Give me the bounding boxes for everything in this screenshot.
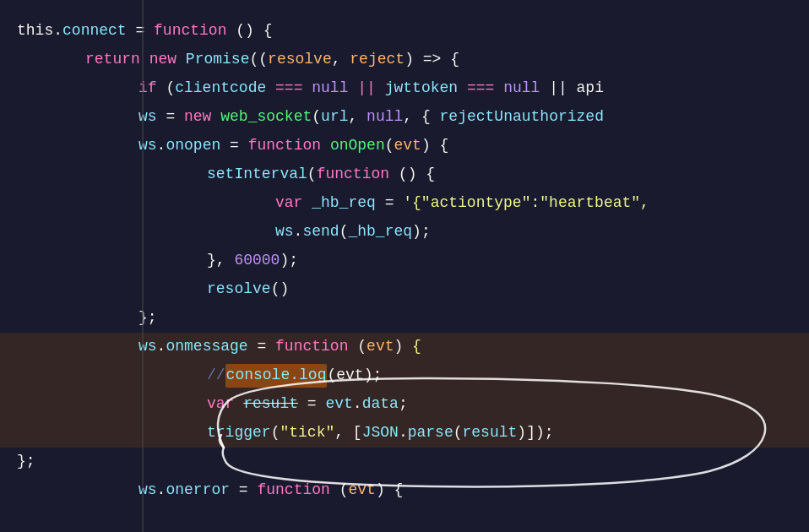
code-line-13: //console.log(evt); <box>0 361 809 390</box>
code-line-1: this.connect = function () { <box>0 17 809 46</box>
code-token: this <box>17 19 53 43</box>
code-line-7: var _hb_req = '{"actiontype":"heartbeat"… <box>0 189 809 218</box>
code-line-15: trigger("tick", [JSON.parse(result)]); <box>0 419 809 448</box>
console-log-highlight: console.log <box>225 364 328 388</box>
code-line-10: resolve() <box>0 275 809 304</box>
code-line-8: ws.send(_hb_req); <box>0 218 809 247</box>
code-line-9: }, 60000); <box>0 247 809 275</box>
indent-guide <box>142 0 144 532</box>
code-line-12: ws.onmessage = function (evt) { <box>0 333 809 361</box>
code-line-17: ws.onerror = function (evt) { <box>0 476 809 505</box>
code-line-5: ws.onopen = function onOpen(evt) { <box>0 132 809 160</box>
code-line-4: ws = new web_socket(url, null, { rejectU… <box>0 103 809 132</box>
code-line-2: return new Promise((resolve, reject) => … <box>0 46 809 74</box>
code-line-11: }; <box>0 304 809 333</box>
code-line-14: var result = evt.data; <box>0 390 809 419</box>
code-line-3: if (clientcode === null || jwttoken === … <box>0 74 809 103</box>
code-line-6: setInterval(function () { <box>0 160 809 189</box>
code-line-16: }; <box>0 448 809 476</box>
code-editor: this.connect = function () { return new … <box>0 0 809 532</box>
